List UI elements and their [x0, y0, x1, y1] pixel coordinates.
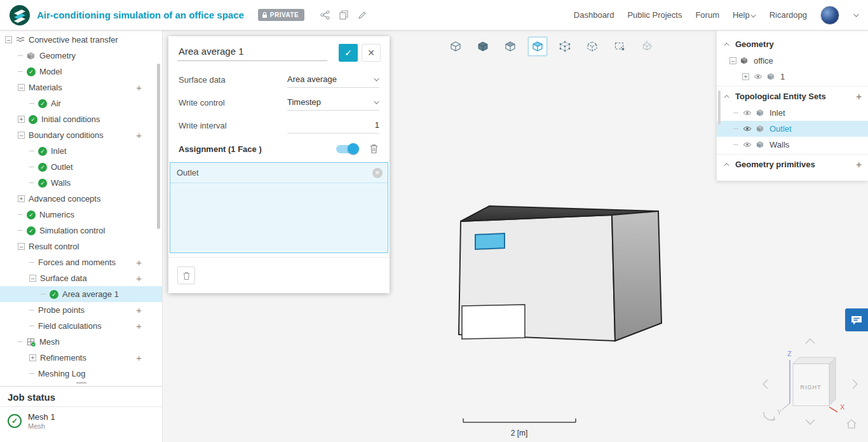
account-chevron-down-icon[interactable] [853, 11, 858, 17]
username[interactable]: Ricardopg [770, 10, 807, 20]
add-primitive-button[interactable]: + [856, 159, 862, 170]
sim-tree-item-area-average-1[interactable]: ✓ Area average 1 [0, 286, 162, 302]
topological-sets-header[interactable]: Topological Entity Sets + [717, 88, 868, 105]
collapse-icon[interactable]: – [18, 132, 25, 139]
avatar[interactable] [820, 6, 839, 25]
nav-help[interactable]: Help [733, 10, 756, 20]
share-icon[interactable] [320, 10, 330, 20]
add-material-button[interactable]: + [136, 83, 142, 92]
sim-tree-item-model[interactable]: ✓ Model [0, 64, 162, 79]
panel-resize-handle[interactable] [76, 382, 86, 383]
simscale-logo-icon[interactable] [9, 4, 31, 26]
visibility-eye-icon[interactable] [743, 110, 752, 116]
sim-tree-item-convective-heat-transfer[interactable]: – Convective heat transfer [0, 32, 162, 48]
nav-forum[interactable]: Forum [695, 10, 719, 20]
support-chat-button[interactable] [845, 308, 868, 331]
copy-icon[interactable] [338, 10, 349, 20]
collapse-icon[interactable]: – [29, 275, 36, 282]
job-row-mesh-1[interactable]: ✓ Mesh 1 Mesh [0, 407, 162, 435]
nav-public-projects[interactable]: Public Projects [627, 10, 682, 20]
sim-tree-item-field-calculations[interactable]: Field calculations + [0, 318, 162, 334]
add-field-calculations-button[interactable]: + [136, 321, 142, 331]
home-view-icon[interactable] [847, 420, 856, 428]
sim-tree-item-simulation-control[interactable]: ✓ Simulation control [0, 223, 162, 238]
assigned-entity-outlet[interactable]: Outlet ✕ [170, 163, 388, 183]
sim-tree-item-refinements[interactable]: + Refinements + [0, 350, 162, 366]
add-forces-button[interactable]: + [136, 258, 142, 267]
sim-tree-item-numerics[interactable]: ✓ Numerics [0, 207, 162, 223]
clear-selection-button[interactable] [177, 266, 195, 284]
expand-icon[interactable]: + [742, 73, 749, 80]
entity-set-outlet[interactable]: Outlet [717, 121, 868, 137]
expand-icon[interactable]: + [18, 195, 25, 202]
confirm-button[interactable]: ✓ [339, 44, 358, 62]
sim-tree-item-air[interactable]: ✓ Air [0, 95, 162, 111]
rotate-up-arrow-icon[interactable] [806, 339, 815, 343]
roll-view-icon[interactable] [764, 412, 774, 420]
add-probe-points-button[interactable]: + [136, 305, 142, 315]
expand-icon[interactable]: + [18, 116, 25, 123]
office-geometry[interactable] [459, 206, 661, 341]
project-title[interactable]: Air-conditioning simulation of an office… [37, 10, 244, 20]
remove-entity-icon[interactable]: ✕ [372, 168, 383, 178]
clear-assignment-trash-icon[interactable] [369, 143, 379, 155]
collapse-icon[interactable]: – [5, 36, 12, 43]
sim-tree-item-surface-data[interactable]: – Surface data + [0, 270, 162, 286]
rotate-right-arrow-icon[interactable] [853, 380, 857, 389]
view-cube-icon[interactable] [446, 37, 465, 56]
expand-icon[interactable]: + [29, 354, 36, 361]
face-select-icon[interactable] [528, 37, 547, 56]
sim-tree-item-materials[interactable]: – Materials + [0, 79, 162, 95]
write-control-select[interactable]: Timestep [287, 94, 379, 111]
sim-tree-item-mesh[interactable]: Mesh [0, 334, 162, 350]
add-refinement-button[interactable]: + [136, 353, 142, 363]
visibility-eye-icon[interactable] [754, 74, 763, 80]
nav-dashboard[interactable]: Dashboard [574, 10, 614, 20]
scene-item-solid-1[interactable]: + 1 [717, 69, 868, 85]
sim-tree-item-initial-conditions[interactable]: + ✓ Initial conditions [0, 111, 162, 127]
sidebar-scrollbar[interactable] [157, 64, 160, 229]
surface-data-select[interactable]: Area average [287, 71, 379, 88]
box-select-icon[interactable] [610, 37, 629, 56]
vertex-select-icon[interactable] [555, 37, 574, 56]
assignment-toggle[interactable] [336, 145, 358, 153]
solid-shading-icon[interactable] [473, 37, 492, 56]
assignment-selection-box[interactable]: Outlet ✕ [170, 162, 388, 253]
volume-select-icon[interactable] [583, 37, 602, 56]
sim-tree-item-probe-points[interactable]: Probe points + [0, 302, 162, 318]
sim-tree-item-forces-and-moments[interactable]: Forces and moments + [0, 254, 162, 270]
inlet-box[interactable] [462, 305, 525, 339]
sim-tree-item-boundary-conditions[interactable]: – Boundary conditions + [0, 127, 162, 143]
sim-tree-item-advanced-concepts[interactable]: + Advanced concepts [0, 191, 162, 207]
rotate-left-arrow-icon[interactable] [763, 380, 768, 389]
sim-tree-item-meshing-log[interactable]: Meshing Log [0, 366, 162, 380]
geometry-section-header[interactable]: Geometry [717, 36, 868, 53]
sim-tree-item-result-control[interactable]: – Result control [0, 238, 162, 254]
surface-shading-icon[interactable] [501, 37, 520, 56]
transform-entity-icon[interactable] [637, 37, 656, 56]
add-entity-set-button[interactable]: + [856, 91, 862, 102]
sim-tree-item-walls[interactable]: ✓ Walls [0, 175, 162, 191]
orientation-cube[interactable]: RIGHT Z X Y [777, 350, 845, 416]
sim-tree-item-inlet[interactable]: ✓ Inlet [0, 143, 162, 159]
entity-set-walls[interactable]: Walls [717, 137, 868, 153]
rotate-down-arrow-icon[interactable] [806, 420, 815, 424]
panel-title-input[interactable]: Area average 1 [177, 45, 327, 61]
entity-set-inlet[interactable]: Inlet [717, 105, 868, 121]
add-boundary-condition-button[interactable]: + [136, 130, 142, 140]
scene-item-office[interactable]: – office [717, 53, 868, 69]
collapse-icon[interactable]: – [729, 57, 736, 64]
geometry-primitives-header[interactable]: Geometry primitives + [717, 156, 868, 173]
collapse-icon[interactable]: – [18, 243, 25, 250]
write-interval-input[interactable]: 1 [287, 117, 379, 134]
right-panel-scrollbar[interactable] [718, 90, 721, 125]
sim-tree-item-outlet[interactable]: ✓ Outlet [0, 159, 162, 175]
outlet-face-highlight[interactable] [475, 233, 505, 249]
edit-icon[interactable] [356, 10, 367, 20]
sim-tree-item-geometry[interactable]: Geometry [0, 48, 162, 64]
visibility-eye-icon[interactable] [743, 142, 752, 148]
collapse-icon[interactable]: – [18, 84, 25, 91]
add-surface-data-button[interactable]: + [136, 273, 142, 283]
visibility-eye-icon[interactable] [743, 126, 752, 132]
close-button[interactable]: ✕ [362, 44, 381, 62]
